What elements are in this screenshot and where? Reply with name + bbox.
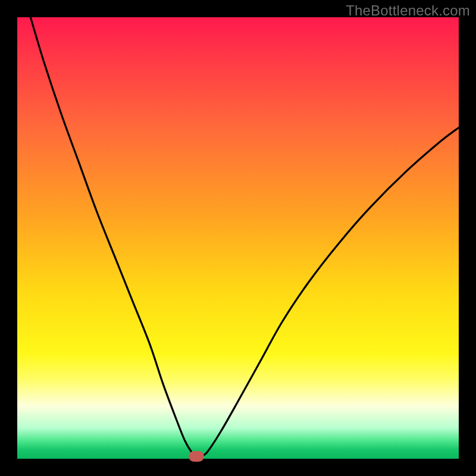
optimum-marker [189,451,204,462]
chart-frame: TheBottleneck.com [0,0,476,476]
watermark-text: TheBottleneck.com [346,2,470,19]
plot-area [17,17,459,459]
